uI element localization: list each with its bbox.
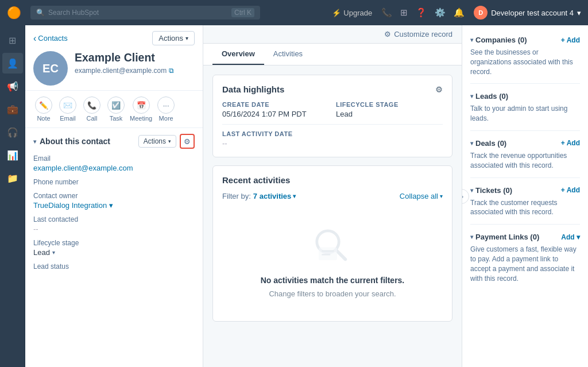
about-actions-button[interactable]: Actions (138, 135, 176, 148)
contact-avatar: EC (33, 51, 68, 86)
email-field-value[interactable]: example.client@example.com (33, 164, 195, 172)
recent-activities-header: Recent activities (222, 175, 443, 185)
contact-breadcrumb: Contacts Actions (33, 31, 195, 45)
tickets-add-button[interactable]: + Add (561, 186, 580, 194)
owner-field-value[interactable]: TrueDialog Integration ▾ (33, 201, 195, 210)
contact-email-value: example.client@example.com (75, 67, 167, 75)
filter-count-button[interactable]: 7 activities (253, 192, 296, 200)
task-button[interactable]: ☑️ Task (106, 96, 126, 122)
about-header: About this contact Actions ⚙ (33, 134, 195, 149)
lifecycle-value[interactable]: Lead (33, 248, 195, 257)
filter-row: Filter by: 7 activities Collapse all (222, 192, 443, 200)
data-highlights-title: Data highlights ⚙ (222, 84, 443, 94)
note-icon: ✏️ (35, 96, 52, 114)
owner-chevron-icon: ▾ (109, 201, 113, 210)
question-icon[interactable]: ❓ (416, 7, 427, 18)
task-icon: ☑️ (107, 96, 125, 114)
center-col: Data highlights ⚙ CREATE DATE 05/16/2024… (212, 75, 452, 358)
more-button[interactable]: ··· More (156, 96, 176, 122)
companies-header: Companies (0) + Add (470, 36, 580, 44)
svg-rect-2 (319, 248, 337, 260)
lifecycle-stage-label: LIFECYCLE STAGE (336, 101, 443, 108)
nav-icons: 📞 ⊞ ❓ ⚙️ 🔔 (381, 7, 465, 18)
filter-by: Filter by: 7 activities (222, 192, 296, 200)
lead-status-label: Lead status (33, 262, 195, 271)
lead-status-field-group: Lead status (33, 262, 195, 271)
data-highlights-settings-icon[interactable]: ⚙ (435, 85, 443, 94)
tab-overview[interactable]: Overview (212, 44, 264, 65)
last-contacted-label: Last contacted (33, 215, 195, 223)
payment-links-description: Give customers a fast, flexible way to p… (470, 245, 580, 283)
search-placeholder: Search HubSpot (48, 9, 99, 17)
deals-description: Track the revenue opportunities associat… (470, 151, 580, 171)
account-chevron-icon: ▾ (577, 9, 581, 17)
customize-icon: ⚙ (384, 30, 391, 38)
sidebar-item-service[interactable]: 🎧 (2, 122, 23, 142)
sidebar-item-sales[interactable]: 💼 (2, 99, 23, 119)
lifecycle-stage-item: LIFECYCLE STAGE Lead (336, 101, 443, 118)
nav-right: ⚡ Upgrade 📞 ⊞ ❓ ⚙️ 🔔 D Developer test ac… (332, 6, 581, 20)
about-title: About this contact (33, 137, 110, 146)
contact-email-display: example.client@example.com ⧉ (75, 67, 174, 75)
email-button[interactable]: ✉️ Email (57, 96, 78, 122)
deals-header: Deals (0) + Add (470, 139, 580, 148)
tickets-section: Tickets (0) + Add Track the customer req… (470, 186, 580, 225)
sidebar-item-marketing[interactable]: 📢 (2, 76, 23, 96)
sidebar-item-files[interactable]: 📁 (2, 168, 23, 188)
svg-line-1 (336, 250, 345, 259)
call-button[interactable]: 📞 Call (82, 96, 102, 122)
customize-record-button[interactable]: ⚙ Customize record (384, 30, 452, 38)
copy-email-icon[interactable]: ⧉ (169, 67, 174, 75)
account-menu[interactable]: D Developer test account 4 ▾ (474, 6, 581, 20)
recent-activities-card: Recent activities Filter by: 7 activitie… (212, 165, 452, 322)
tab-activities[interactable]: Activities (264, 44, 312, 65)
sidebar-item-dashboard[interactable]: ⊞ (2, 30, 23, 51)
payment-links-header: Payment Links (0) Add ▾ (470, 233, 580, 241)
owner-name: TrueDialog Integration (33, 201, 107, 210)
sidebar-item-contacts[interactable]: 👤 (2, 53, 23, 74)
collapse-all-button[interactable]: Collapse all (400, 192, 443, 200)
more-label: More (159, 115, 173, 122)
notifications-icon[interactable]: 🔔 (454, 7, 465, 18)
task-label: Task (110, 115, 123, 122)
contact-actions-button[interactable]: Actions (152, 31, 195, 45)
hubspot-logo[interactable]: 🟠 (7, 6, 21, 20)
last-contacted-field-group: Last contacted -- (33, 215, 195, 233)
create-date-value: 05/16/2024 1:07 PM PDT (222, 110, 329, 118)
sidebar-item-reports[interactable]: 📊 (2, 145, 23, 165)
companies-add-button[interactable]: + Add (561, 36, 580, 44)
lifecycle-field-group: Lifecycle stage Lead (33, 239, 195, 257)
companies-description: See the businesses or organizations asso… (470, 48, 580, 76)
meeting-label: Meeting (130, 115, 152, 122)
highlights-divider (222, 124, 443, 125)
owner-field-label: Contact owner (33, 192, 195, 200)
help-icon[interactable]: ⊞ (400, 7, 408, 18)
last-contacted-value: -- (33, 225, 195, 233)
note-button[interactable]: ✏️ Note (33, 96, 54, 122)
main-area: ⊞ 👤 📢 💼 🎧 📊 📁 Contacts Actions EC Exampl… (0, 25, 588, 367)
contacts-breadcrumb-link[interactable]: Contacts (33, 33, 68, 44)
right-panel-scroll: Companies (0) + Add See the businesses o… (468, 31, 582, 303)
deals-add-button[interactable]: + Add (561, 139, 580, 147)
email-field-label: Email (33, 154, 195, 163)
search-bar[interactable]: 🔍 Search HubSpot Ctrl K (30, 6, 260, 20)
payment-links-add-button[interactable]: Add ▾ (561, 233, 580, 241)
contact-name: Example Client (75, 51, 174, 64)
meeting-icon: 📅 (133, 96, 150, 114)
upgrade-button[interactable]: ⚡ Upgrade (332, 9, 372, 17)
about-header-actions: Actions ⚙ (138, 134, 195, 149)
settings-icon[interactable]: ⚙️ (435, 7, 446, 18)
email-field-group: Email example.client@example.com (33, 154, 195, 172)
phone-icon[interactable]: 📞 (381, 7, 392, 18)
deals-section: Deals (0) + Add Track the revenue opport… (470, 139, 580, 178)
about-settings-button[interactable]: ⚙ (180, 134, 195, 149)
meeting-button[interactable]: 📅 Meeting (130, 96, 152, 122)
owner-field-group: Contact owner TrueDialog Integration ▾ (33, 192, 195, 210)
lifecycle-label: Lifecycle stage (33, 239, 195, 247)
empty-subtitle: Change filters to broaden your search. (269, 289, 396, 298)
side-nav: ⊞ 👤 📢 💼 🎧 📊 📁 (0, 25, 25, 367)
last-activity-label: LAST ACTIVITY DATE (222, 130, 443, 137)
main-content: ⚙ Customize record Overview Activities D… (203, 25, 462, 367)
payment-links-section: Payment Links (0) Add ▾ Give customers a… (470, 233, 580, 290)
email-icon: ✉️ (59, 96, 76, 114)
